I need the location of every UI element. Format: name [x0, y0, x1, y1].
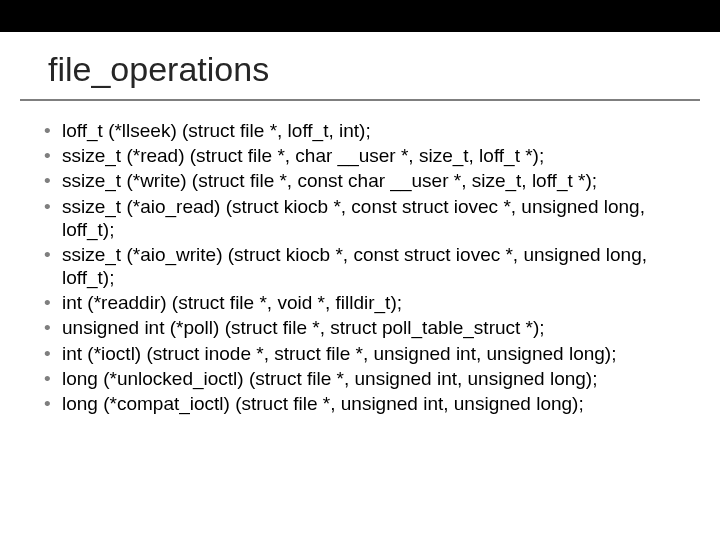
list-item: ssize_t (*aio_read) (struct kiocb *, con…	[44, 195, 692, 241]
title-area: file_operations	[20, 32, 700, 101]
list-item: unsigned int (*poll) (struct file *, str…	[44, 316, 692, 339]
list-item: int (*ioctl) (struct inode *, struct fil…	[44, 342, 692, 365]
top-bar	[0, 0, 720, 32]
list-item: long (*unlocked_ioctl) (struct file *, u…	[44, 367, 692, 390]
slide-title: file_operations	[48, 50, 672, 89]
list-item: loff_t (*llseek) (struct file *, loff_t,…	[44, 119, 692, 142]
list-item: ssize_t (*aio_write) (struct kiocb *, co…	[44, 243, 692, 289]
list-item: ssize_t (*read) (struct file *, char __u…	[44, 144, 692, 167]
list-item: long (*compat_ioctl) (struct file *, uns…	[44, 392, 692, 415]
list-item: int (*readdir) (struct file *, void *, f…	[44, 291, 692, 314]
content-area: loff_t (*llseek) (struct file *, loff_t,…	[0, 101, 720, 415]
list-item: ssize_t (*write) (struct file *, const c…	[44, 169, 692, 192]
bullet-list: loff_t (*llseek) (struct file *, loff_t,…	[44, 119, 692, 415]
